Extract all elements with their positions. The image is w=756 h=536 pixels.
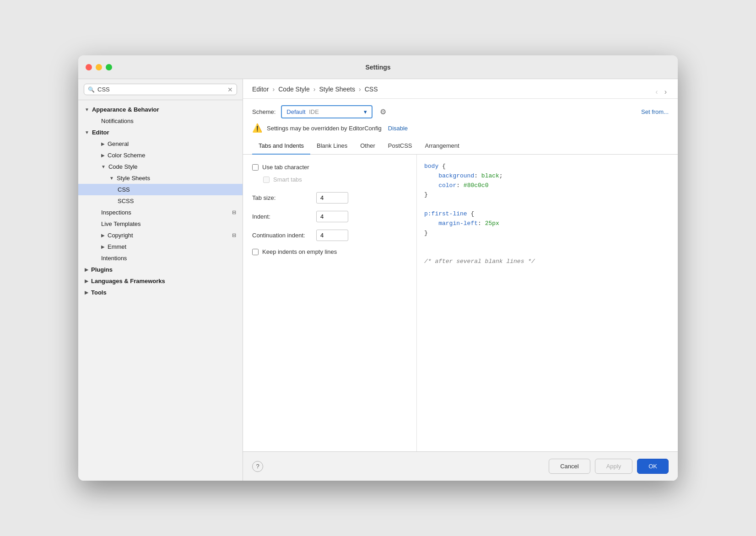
warning-banner: ⚠️ Settings may be overridden by EditorC… xyxy=(252,123,669,133)
apply-button[interactable]: Apply xyxy=(595,459,633,474)
use-tab-character-checkbox[interactable] xyxy=(252,164,259,171)
sidebar-item-tools[interactable]: ▶ Tools xyxy=(78,287,243,298)
sidebar-item-emmet-label: Emmet xyxy=(108,243,126,250)
sidebar-item-tools-label: Tools xyxy=(91,289,107,296)
disable-link[interactable]: Disable xyxy=(388,125,408,132)
close-button[interactable] xyxy=(86,64,92,70)
code-line-8: } xyxy=(424,229,670,238)
maximize-button[interactable] xyxy=(106,64,112,70)
chevron-right-icon: ▶ xyxy=(85,279,88,284)
sidebar-item-inspections-label: Inspections xyxy=(101,209,131,216)
ok-button[interactable]: OK xyxy=(637,459,669,474)
sidebar-item-emmet[interactable]: ▶ Emmet xyxy=(78,241,243,252)
smart-tabs-label: Smart tabs xyxy=(273,176,302,183)
scheme-label: Scheme: xyxy=(252,108,275,115)
footer: ? Cancel Apply OK xyxy=(243,451,678,481)
search-icon: 🔍 xyxy=(88,86,95,93)
smart-tabs-checkbox[interactable] xyxy=(263,177,270,183)
help-button[interactable]: ? xyxy=(252,461,263,472)
keep-indents-checkbox[interactable] xyxy=(252,249,259,255)
tab-tabs-indents[interactable]: Tabs and Indents xyxy=(252,138,310,155)
continuation-indent-row: Continuation indent: xyxy=(252,230,407,241)
tab-arrangement[interactable]: Arrangement xyxy=(419,138,466,155)
indent-label: Indent: xyxy=(252,213,312,220)
indent-row: Indent: xyxy=(252,211,407,222)
minimize-button[interactable] xyxy=(96,64,102,70)
settings-window: Settings 🔍 ✕ ▼ Appearance & Behavior Not… xyxy=(78,55,678,481)
chevron-right-icon: ▶ xyxy=(85,267,88,272)
sidebar-item-scss-label: SCSS xyxy=(118,198,134,204)
chevron-down-icon: ▾ xyxy=(364,108,367,115)
sidebar-item-plugins[interactable]: ▶ Plugins xyxy=(78,264,243,275)
sidebar: 🔍 ✕ ▼ Appearance & Behavior Notification… xyxy=(78,79,243,481)
sidebar-item-live-templates-label: Live Templates xyxy=(101,220,140,227)
code-line-3: color: #80c0c0 xyxy=(424,181,670,191)
back-button[interactable]: ‹ xyxy=(653,87,659,97)
scheme-select[interactable]: Default IDE ▾ xyxy=(281,105,373,118)
sidebar-item-copyright[interactable]: ▶ Copyright ⊟ xyxy=(78,230,243,241)
tabs-row: Tabs and Indents Blank Lines Other PostC… xyxy=(243,138,678,155)
sidebar-item-color-scheme-label: Color Scheme xyxy=(108,152,145,159)
sidebar-item-scss[interactable]: SCSS xyxy=(78,195,243,207)
chevron-down-icon: ▼ xyxy=(109,176,114,181)
use-tab-character-label: Use tab character xyxy=(262,164,309,171)
sidebar-item-css[interactable]: CSS xyxy=(78,184,243,195)
chevron-right-icon: ▶ xyxy=(101,141,105,146)
code-line-4: } xyxy=(424,190,670,200)
keep-indents-row: Keep indents on empty lines xyxy=(252,248,407,255)
breadcrumb: Editor › Code Style › Style Sheets › CSS xyxy=(252,86,378,93)
sidebar-item-copyright-label: Copyright xyxy=(108,232,133,239)
sidebar-item-notifications[interactable]: Notifications xyxy=(78,115,243,127)
scheme-select-text: Default xyxy=(286,108,305,115)
tab-size-label: Tab size: xyxy=(252,194,312,201)
sidebar-item-style-sheets-label: Style Sheets xyxy=(117,175,150,182)
search-clear-button[interactable]: ✕ xyxy=(227,86,233,93)
search-input[interactable] xyxy=(97,86,225,93)
footer-left: ? xyxy=(252,461,263,472)
settings-panel: Use tab character Smart tabs Tab size: xyxy=(243,155,417,451)
nav-arrows: ‹ › xyxy=(653,87,669,97)
search-bar: 🔍 ✕ xyxy=(78,79,243,100)
set-from-link[interactable]: Set from... xyxy=(641,108,669,115)
sidebar-item-notifications-label: Notifications xyxy=(101,118,134,124)
breadcrumb-sep-1: › xyxy=(273,86,275,93)
code-line-5 xyxy=(424,200,670,209)
sidebar-item-intentions-label: Intentions xyxy=(101,255,127,262)
tab-blank-lines[interactable]: Blank Lines xyxy=(310,138,354,155)
sidebar-item-color-scheme[interactable]: ▶ Color Scheme xyxy=(78,150,243,161)
indent-input[interactable] xyxy=(316,211,348,222)
forward-button[interactable]: › xyxy=(663,87,669,97)
code-line-2: background: black; xyxy=(424,172,670,181)
continuation-indent-input[interactable] xyxy=(316,230,348,241)
sidebar-item-general[interactable]: ▶ General xyxy=(78,138,243,150)
sidebar-item-editor[interactable]: ▼ Editor xyxy=(78,127,243,138)
cancel-button[interactable]: Cancel xyxy=(549,459,590,474)
tab-size-input[interactable] xyxy=(316,192,348,204)
sidebar-item-languages-label: Languages & Frameworks xyxy=(91,278,165,284)
scheme-gear-button[interactable]: ⚙ xyxy=(380,107,386,116)
chevron-right-icon: ▶ xyxy=(101,244,105,249)
tab-other[interactable]: Other xyxy=(354,138,382,155)
main-header: Editor › Code Style › Style Sheets › CSS… xyxy=(243,79,678,99)
code-line-9 xyxy=(424,238,670,247)
chevron-down-icon: ▼ xyxy=(85,107,89,112)
sidebar-item-intentions[interactable]: Intentions xyxy=(78,252,243,264)
sidebar-item-code-style[interactable]: ▼ Code Style xyxy=(78,161,243,172)
chevron-down-icon: ▼ xyxy=(101,164,106,169)
continuation-indent-label: Continuation indent: xyxy=(252,232,312,239)
sidebar-item-appearance[interactable]: ▼ Appearance & Behavior xyxy=(78,104,243,115)
window-controls xyxy=(86,64,112,70)
tab-size-row: Tab size: xyxy=(252,192,407,204)
tab-postcss[interactable]: PostCSS xyxy=(382,138,419,155)
code-line-6: p:first-line { xyxy=(424,209,670,219)
breadcrumb-sep-3: › xyxy=(359,86,361,93)
code-line-1: body { xyxy=(424,162,670,172)
keep-indents-label: Keep indents on empty lines xyxy=(262,248,337,255)
scheme-row: Scheme: Default IDE ▾ ⚙ Set from... xyxy=(252,105,669,118)
sidebar-item-style-sheets[interactable]: ▼ Style Sheets xyxy=(78,172,243,184)
copyright-badge: ⊟ xyxy=(232,232,236,238)
sidebar-item-languages[interactable]: ▶ Languages & Frameworks xyxy=(78,275,243,287)
sidebar-item-live-templates[interactable]: Live Templates xyxy=(78,218,243,230)
sidebar-item-inspections[interactable]: Inspections ⊟ xyxy=(78,207,243,218)
use-tab-character-row: Use tab character xyxy=(252,164,407,171)
